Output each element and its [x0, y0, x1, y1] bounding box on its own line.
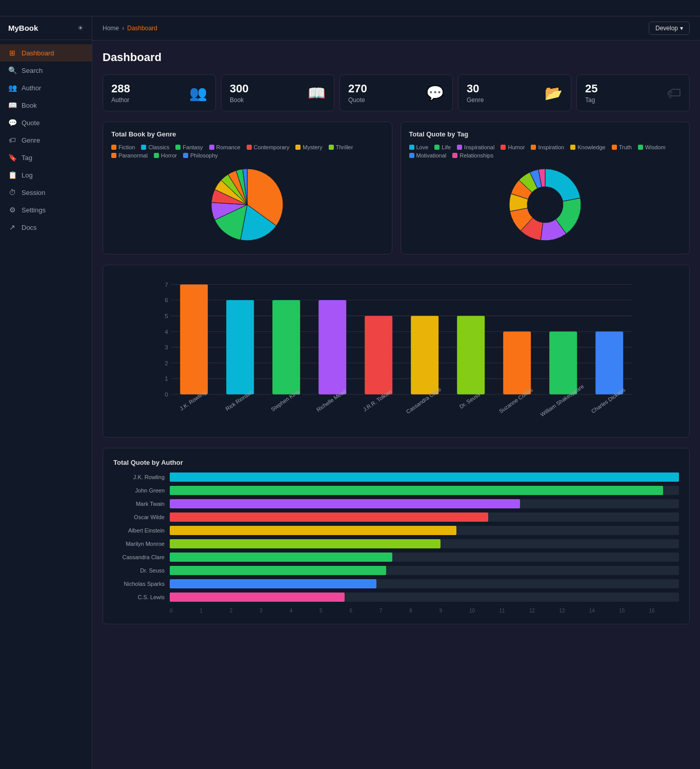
sidebar-item-tag[interactable]: 🔖Tag [0, 149, 92, 166]
theme-toggle-icon[interactable]: ☀ [77, 24, 84, 32]
log-icon: 📋 [8, 171, 16, 179]
chevron-down-icon: ▾ [680, 25, 683, 32]
stat-icon-book: 📖 [308, 85, 326, 102]
breadcrumb-current: Dashboard [127, 25, 157, 32]
legend-item: Mystery [295, 144, 323, 150]
hbar-tick: 5 [319, 608, 349, 614]
hbar-label: C.S. Lewis [113, 594, 170, 600]
stat-info: 270 Quote [348, 82, 367, 104]
legend-label: Philosophy [190, 152, 218, 159]
quote-icon: 💬 [8, 119, 16, 127]
legend-item: Knowledge [570, 144, 605, 150]
hbar-fill [170, 566, 386, 575]
legend-label: Paranormal [118, 152, 148, 159]
hbar-tick: 1 [199, 608, 229, 614]
content-area: Home › Dashboard Develop ▾ Dashboard 288… [92, 16, 700, 769]
legend-label: Truth [619, 144, 632, 150]
stat-label: Quote [348, 96, 367, 104]
dashboard-icon: ⊞ [8, 49, 16, 57]
sidebar-item-dashboard[interactable]: ⊞Dashboard [0, 44, 92, 62]
genre-chart-title: Total Book by Genre [111, 130, 384, 138]
sidebar-item-settings[interactable]: ⚙Settings [0, 201, 92, 219]
hbar-fill [170, 579, 376, 588]
hbar-label: Dr. Seuss [113, 567, 170, 574]
hbar-fill [170, 499, 520, 508]
tag-icon: 🔖 [8, 153, 16, 162]
search-icon: 🔍 [8, 66, 16, 74]
genre-icon: 🏷 [8, 136, 16, 144]
legend-label: Motivational [416, 152, 447, 159]
hbar-tick: 16 [649, 608, 679, 614]
sidebar-item-docs[interactable]: ↗Docs [0, 219, 92, 236]
hbar-row: Marilyn Monroe [113, 539, 679, 548]
nav-label-quote: Quote [22, 119, 39, 127]
nav-label-dashboard: Dashboard [22, 49, 54, 57]
nav-label-session: Session [22, 189, 45, 196]
legend-label: Relationships [459, 152, 493, 159]
main-content: Dashboard 288 Author 👥 300 Book 📖 270 Qu… [92, 41, 700, 769]
sidebar-item-quote[interactable]: 💬Quote [0, 114, 92, 131]
svg-rect-30 [503, 331, 531, 394]
sidebar-item-genre[interactable]: 🏷Genre [0, 131, 92, 149]
stat-card-author: 288 Author 👥 [103, 74, 216, 111]
genre-pie-svg [206, 164, 288, 246]
legend-item: Life [434, 144, 451, 150]
legend-dot [209, 145, 214, 150]
sidebar-item-search[interactable]: 🔍Search [0, 62, 92, 79]
legend-dot [452, 153, 457, 158]
svg-rect-16 [180, 284, 208, 394]
svg-rect-24 [365, 316, 392, 395]
legend-item: Fiction [111, 144, 135, 150]
stat-label: Book [230, 96, 249, 104]
develop-button[interactable]: Develop ▾ [649, 22, 690, 35]
hbar-row: Cassandra Clare [113, 553, 679, 562]
svg-text:5: 5 [165, 312, 168, 319]
tag-pie-card: Total Quote by Tag LoveLifeInspirational… [401, 122, 690, 254]
sidebar-item-book[interactable]: 📖Book [0, 96, 92, 114]
hbar-tick: 11 [499, 608, 529, 614]
hbar-fill [170, 593, 345, 602]
legend-label: Romance [216, 144, 241, 150]
sidebar-item-log[interactable]: 📋Log [0, 166, 92, 184]
hbar-track [170, 526, 679, 535]
svg-rect-32 [549, 331, 577, 394]
stat-card-book: 300 Book 📖 [221, 74, 334, 111]
genre-pie-card: Total Book by Genre FictionClassicsFanta… [103, 122, 392, 254]
legend-label: Inspirational [464, 144, 494, 150]
hbar-row: J.K. Rowling [113, 472, 679, 482]
legend-item: Humor [501, 144, 525, 150]
hbar-label: Marilyn Monroe [113, 541, 170, 547]
legend-label: Mystery [303, 144, 323, 150]
stat-card-genre: 30 Genre 📂 [458, 74, 571, 111]
legend-dot [141, 145, 146, 150]
sidebar-item-session[interactable]: ⏱Session [0, 184, 92, 201]
hbar-tick: 2 [230, 608, 259, 614]
sidebar-nav: ⊞Dashboard🔍Search👥Author📖Book💬Quote🏷Genr… [0, 40, 92, 769]
page-title: Dashboard [103, 51, 690, 64]
charts-row: Total Book by Genre FictionClassicsFanta… [103, 122, 690, 254]
tag-pie-container [409, 164, 682, 246]
legend-item: Paranormal [111, 152, 148, 159]
legend-dot [111, 153, 116, 158]
svg-rect-22 [318, 300, 346, 395]
hbar-label: Cassandra Clare [113, 554, 170, 560]
hbar-label: Albert Einstein [113, 527, 170, 534]
svg-rect-34 [595, 331, 623, 394]
hbar-tick: 14 [589, 608, 619, 614]
legend-dot [434, 145, 439, 150]
svg-rect-18 [226, 300, 254, 395]
sidebar-item-author[interactable]: 👥Author [0, 79, 92, 96]
hbar-track [170, 472, 679, 482]
nav-label-author: Author [22, 84, 41, 92]
settings-icon: ⚙ [8, 206, 16, 214]
legend-item: Horror [154, 152, 177, 159]
legend-dot [409, 145, 414, 150]
breadcrumb-home[interactable]: Home [103, 25, 119, 32]
legend-dot [154, 153, 159, 158]
hbar-fill [170, 512, 488, 522]
svg-text:4: 4 [165, 328, 168, 335]
legend-item: Philosophy [183, 152, 218, 159]
hbar-fill [170, 539, 441, 548]
stat-number: 25 [585, 82, 597, 95]
hbar-tick: 13 [559, 608, 589, 614]
